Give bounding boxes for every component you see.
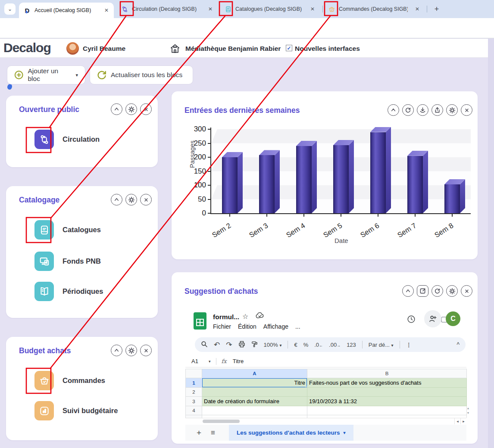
all-sheets-icon[interactable]: ≡ (211, 429, 215, 437)
add-block-button[interactable]: Ajouter un bloc ▾ (7, 65, 85, 84)
close-icon[interactable]: ✕ (206, 5, 214, 13)
font-select[interactable]: Par dé... ▾ (369, 342, 394, 348)
cell-b3[interactable]: 19/10/2023 à 11:32 (307, 397, 467, 406)
search-icon[interactable] (201, 341, 208, 349)
library-name[interactable]: Médiathèque Benjamin Rabier (185, 45, 281, 53)
sidebar-item-fonds-pnb[interactable]: Fonds PNB (34, 252, 101, 271)
tab-title: Circulation (Decalog SIGB) (132, 6, 197, 12)
collapse-toolbar-icon[interactable]: ^ (456, 341, 460, 348)
cell-a1[interactable]: Titre (202, 378, 307, 388)
close-icon[interactable]: ✕ (103, 6, 110, 14)
cell-a3[interactable]: Date de création du formulaire (202, 397, 307, 406)
row-header[interactable]: 4 (186, 406, 202, 415)
row-header[interactable]: 3 (186, 397, 202, 406)
version-history-icon[interactable] (406, 314, 416, 326)
col-header-b[interactable]: B (307, 369, 467, 378)
redo-icon[interactable]: ↷ (226, 340, 232, 349)
star-icon[interactable]: ☆ (242, 312, 248, 320)
paint-format-icon[interactable] (251, 341, 258, 349)
user-name[interactable]: Cyril Beaume (83, 45, 125, 53)
tab-catalogues[interactable]: Catalogues (Decalog SIGB) ✕ (220, 0, 320, 18)
cell-b1[interactable]: Faites-nous part de vos suggestions d'ac… (307, 378, 467, 388)
close-button[interactable] (461, 285, 472, 297)
refresh-button[interactable] (431, 285, 443, 297)
sidebar-item-circulation[interactable]: Circulation (34, 130, 100, 149)
add-sheet-icon[interactable]: + (197, 428, 201, 438)
tab-circulation[interactable]: Circulation (Decalog SIGB) ✕ (116, 0, 218, 18)
cell-b4[interactable] (307, 406, 467, 415)
print-icon[interactable] (238, 341, 245, 349)
share-button[interactable] (424, 310, 441, 327)
sheet-tab-caret-icon[interactable]: ▾ (344, 430, 346, 435)
download-icon[interactable] (417, 104, 428, 116)
tab-commandes[interactable]: Commandes (Decalog SIGB) ✕ (323, 0, 425, 18)
hscroll-thumb[interactable] (203, 420, 240, 423)
sidebar-item-catalogues[interactable]: Catalogues (34, 220, 101, 240)
sidebar-item-periodiques[interactable]: Périodiques (34, 282, 103, 301)
name-box[interactable]: A1 (191, 358, 209, 364)
formula-input[interactable]: Titre (233, 358, 244, 364)
menu-more[interactable]: ... (295, 323, 300, 330)
refresh-all-button[interactable]: Actualiser tous les blocs (90, 65, 193, 84)
sidebar-item-commandes[interactable]: Commandes (34, 371, 105, 390)
increase-decimal-button[interactable]: .00→ (329, 342, 341, 348)
decrease-decimal-button[interactable]: .0← (314, 342, 323, 348)
settings-button[interactable] (446, 104, 458, 116)
collapse-button[interactable] (111, 103, 122, 115)
grid-vscroll[interactable]: ▲▼ (466, 407, 470, 418)
close-button[interactable] (140, 103, 152, 115)
percent-format-button[interactable]: % (303, 342, 309, 348)
collapse-button[interactable] (111, 194, 122, 205)
hscroll-left-arrow[interactable]: ◂ (454, 418, 460, 424)
item-label: Catalogues (63, 226, 101, 234)
new-interfaces-checkbox[interactable]: ✓ (286, 45, 292, 51)
menu-fichier[interactable]: Fichier (213, 323, 231, 330)
share-icon[interactable] (431, 104, 443, 116)
close-button[interactable] (140, 345, 152, 356)
fill-handle[interactable] (306, 386, 307, 388)
y-tick-label: 150 (187, 167, 206, 176)
new-tab-button[interactable]: + (431, 3, 442, 15)
cell-b2[interactable] (307, 388, 467, 397)
settings-button[interactable] (125, 345, 137, 356)
tab-title: Accueil (Decalog SIGB) (34, 7, 91, 13)
name-box-caret-icon[interactable]: ▾ (209, 359, 211, 364)
currency-format-button[interactable]: € (294, 342, 297, 348)
number-format-button[interactable]: 123 (347, 342, 356, 348)
settings-button[interactable] (446, 285, 458, 297)
corner-cell[interactable] (186, 369, 202, 378)
page-scrollbar[interactable] (488, 39, 494, 448)
close-icon[interactable]: ✕ (413, 5, 421, 13)
row-header[interactable]: 1 (186, 378, 202, 388)
active-sheet-tab[interactable]: Les suggestions d'achat des lecteurs ▾ (229, 425, 353, 441)
settings-button[interactable] (125, 103, 137, 115)
col-header-a[interactable]: A (202, 369, 307, 378)
grid-hscrollbar[interactable]: ◂ ▸ (185, 418, 466, 424)
menu-edition[interactable]: Édition (238, 323, 256, 330)
cell-a2[interactable] (202, 388, 307, 397)
account-avatar[interactable]: C (446, 311, 460, 326)
collapse-button[interactable] (111, 345, 122, 356)
sheet-grid[interactable]: A B 1 Titre Faites-nous part de vos sugg… (185, 369, 470, 418)
menu-affichage[interactable]: Affichage (263, 323, 288, 330)
cell-a4[interactable] (202, 406, 307, 415)
hscroll-right-arrow[interactable]: ▸ (460, 418, 466, 424)
y-tick (208, 185, 211, 186)
tab-search-button[interactable]: ⌄ (4, 3, 16, 15)
collapse-button[interactable] (402, 285, 414, 297)
open-external-icon[interactable] (417, 285, 428, 297)
sidebar-item-suivi-budgetaire[interactable]: Suivi budgétaire (34, 401, 118, 420)
close-button[interactable] (140, 194, 152, 205)
refresh-button[interactable] (402, 104, 414, 116)
settings-button[interactable] (125, 194, 137, 205)
doc-title[interactable]: formul... (213, 313, 239, 321)
more-options-icon[interactable]: ⋮ (406, 342, 412, 348)
collapse-button[interactable] (388, 104, 399, 116)
row-header[interactable]: 2 (186, 388, 202, 397)
user-avatar[interactable] (66, 42, 79, 55)
close-button[interactable] (461, 104, 472, 116)
close-icon[interactable]: ✕ (309, 5, 316, 13)
zoom-select[interactable]: 100% ▾ (264, 342, 282, 348)
tab-accueil[interactable]: D Accueil (Decalog SIGB) ✕ (19, 3, 114, 18)
undo-icon[interactable]: ↶ (214, 340, 220, 349)
